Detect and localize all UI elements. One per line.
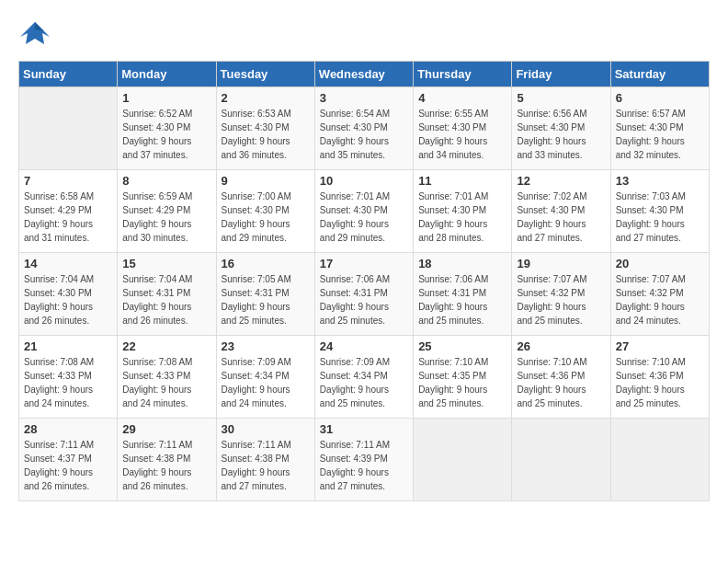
day-info: Sunrise: 7:05 AMSunset: 4:31 PMDaylight:… — [222, 272, 310, 327]
day-info: Sunrise: 7:01 AMSunset: 4:30 PMDaylight:… — [320, 190, 408, 245]
day-info: Sunrise: 7:11 AMSunset: 4:38 PMDaylight:… — [122, 438, 210, 493]
day-number: 13 — [616, 174, 704, 188]
calendar-cell: 21Sunrise: 7:08 AMSunset: 4:33 PMDayligh… — [19, 336, 118, 419]
day-number: 28 — [24, 422, 112, 436]
day-info: Sunrise: 6:58 AMSunset: 4:29 PMDaylight:… — [24, 190, 112, 245]
day-info: Sunrise: 7:11 AMSunset: 4:39 PMDaylight:… — [320, 438, 408, 493]
calendar-cell: 2Sunrise: 6:53 AMSunset: 4:30 PMDaylight… — [216, 87, 314, 170]
calendar-cell — [414, 419, 512, 501]
day-info: Sunrise: 7:10 AMSunset: 4:35 PMDaylight:… — [418, 355, 506, 410]
day-header-tuesday: Tuesday — [216, 62, 314, 87]
day-number: 5 — [517, 91, 605, 105]
day-number: 6 — [616, 91, 704, 105]
calendar-cell: 28Sunrise: 7:11 AMSunset: 4:37 PMDayligh… — [19, 419, 118, 501]
day-number: 9 — [222, 174, 310, 188]
calendar-cell: 16Sunrise: 7:05 AMSunset: 4:31 PMDayligh… — [216, 253, 314, 336]
calendar-cell: 10Sunrise: 7:01 AMSunset: 4:30 PMDayligh… — [314, 170, 413, 253]
calendar-cell — [19, 87, 118, 170]
day-info: Sunrise: 6:56 AMSunset: 4:30 PMDaylight:… — [517, 107, 605, 162]
calendar-week-row: 21Sunrise: 7:08 AMSunset: 4:33 PMDayligh… — [19, 336, 710, 419]
day-number: 2 — [222, 91, 310, 105]
calendar-cell: 4Sunrise: 6:55 AMSunset: 4:30 PMDaylight… — [414, 87, 512, 170]
day-number: 31 — [320, 422, 408, 436]
day-number: 20 — [616, 257, 704, 270]
day-info: Sunrise: 7:08 AMSunset: 4:33 PMDaylight:… — [24, 355, 112, 410]
day-number: 17 — [320, 257, 408, 270]
calendar-week-row: 28Sunrise: 7:11 AMSunset: 4:37 PMDayligh… — [19, 419, 710, 501]
day-number: 25 — [418, 339, 506, 353]
day-info: Sunrise: 7:00 AMSunset: 4:30 PMDaylight:… — [222, 190, 310, 245]
calendar-cell: 17Sunrise: 7:06 AMSunset: 4:31 PMDayligh… — [314, 253, 413, 336]
day-number: 10 — [320, 174, 408, 188]
day-number: 22 — [122, 339, 210, 353]
calendar-cell: 29Sunrise: 7:11 AMSunset: 4:38 PMDayligh… — [118, 419, 216, 501]
day-number: 1 — [122, 91, 210, 105]
day-number: 27 — [616, 339, 704, 353]
day-info: Sunrise: 7:08 AMSunset: 4:33 PMDaylight:… — [122, 355, 210, 410]
day-info: Sunrise: 6:55 AMSunset: 4:30 PMDaylight:… — [418, 107, 506, 162]
day-header-saturday: Saturday — [610, 62, 709, 87]
day-info: Sunrise: 7:03 AMSunset: 4:30 PMDaylight:… — [616, 190, 704, 245]
calendar-week-row: 1Sunrise: 6:52 AMSunset: 4:30 PMDaylight… — [19, 87, 710, 170]
day-info: Sunrise: 7:02 AMSunset: 4:30 PMDaylight:… — [517, 190, 605, 245]
day-info: Sunrise: 7:07 AMSunset: 4:32 PMDaylight:… — [616, 272, 704, 327]
day-number: 30 — [222, 422, 310, 436]
calendar-week-row: 7Sunrise: 6:58 AMSunset: 4:29 PMDaylight… — [19, 170, 710, 253]
calendar-cell: 7Sunrise: 6:58 AMSunset: 4:29 PMDaylight… — [19, 170, 118, 253]
calendar-header-row: SundayMondayTuesdayWednesdayThursdayFrid… — [19, 62, 710, 87]
day-info: Sunrise: 7:04 AMSunset: 4:30 PMDaylight:… — [24, 272, 112, 327]
day-info: Sunrise: 7:07 AMSunset: 4:32 PMDaylight:… — [517, 272, 605, 327]
calendar-cell — [610, 419, 709, 501]
calendar-cell: 19Sunrise: 7:07 AMSunset: 4:32 PMDayligh… — [512, 253, 610, 336]
calendar-cell: 23Sunrise: 7:09 AMSunset: 4:34 PMDayligh… — [216, 336, 314, 419]
calendar-cell: 11Sunrise: 7:01 AMSunset: 4:30 PMDayligh… — [414, 170, 512, 253]
day-info: Sunrise: 7:10 AMSunset: 4:36 PMDaylight:… — [517, 355, 605, 410]
day-header-monday: Monday — [118, 62, 216, 87]
day-info: Sunrise: 7:09 AMSunset: 4:34 PMDaylight:… — [222, 355, 310, 410]
day-number: 18 — [418, 257, 506, 270]
day-info: Sunrise: 7:09 AMSunset: 4:34 PMDaylight:… — [320, 355, 408, 410]
calendar-cell: 5Sunrise: 6:56 AMSunset: 4:30 PMDaylight… — [512, 87, 610, 170]
calendar-cell: 14Sunrise: 7:04 AMSunset: 4:30 PMDayligh… — [19, 253, 118, 336]
calendar-cell: 26Sunrise: 7:10 AMSunset: 4:36 PMDayligh… — [512, 336, 610, 419]
day-info: Sunrise: 6:54 AMSunset: 4:30 PMDaylight:… — [320, 107, 408, 162]
day-number: 24 — [320, 339, 408, 353]
calendar-cell: 18Sunrise: 7:06 AMSunset: 4:31 PMDayligh… — [414, 253, 512, 336]
calendar-cell: 6Sunrise: 6:57 AMSunset: 4:30 PMDaylight… — [610, 87, 709, 170]
day-info: Sunrise: 6:53 AMSunset: 4:30 PMDaylight:… — [222, 107, 310, 162]
calendar-cell: 22Sunrise: 7:08 AMSunset: 4:33 PMDayligh… — [118, 336, 216, 419]
day-number: 29 — [122, 422, 210, 436]
day-info: Sunrise: 7:06 AMSunset: 4:31 PMDaylight:… — [418, 272, 506, 327]
day-info: Sunrise: 6:57 AMSunset: 4:30 PMDaylight:… — [616, 107, 704, 162]
day-info: Sunrise: 6:59 AMSunset: 4:29 PMDaylight:… — [122, 190, 210, 245]
day-number: 7 — [24, 174, 112, 188]
day-info: Sunrise: 7:01 AMSunset: 4:30 PMDaylight:… — [418, 190, 506, 245]
logo-icon — [18, 18, 51, 52]
day-number: 16 — [222, 257, 310, 270]
day-number: 8 — [122, 174, 210, 188]
calendar-cell: 8Sunrise: 6:59 AMSunset: 4:29 PMDaylight… — [118, 170, 216, 253]
calendar-cell: 27Sunrise: 7:10 AMSunset: 4:36 PMDayligh… — [610, 336, 709, 419]
calendar-cell: 12Sunrise: 7:02 AMSunset: 4:30 PMDayligh… — [512, 170, 610, 253]
calendar-cell: 9Sunrise: 7:00 AMSunset: 4:30 PMDaylight… — [216, 170, 314, 253]
day-info: Sunrise: 7:06 AMSunset: 4:31 PMDaylight:… — [320, 272, 408, 327]
day-number: 4 — [418, 91, 506, 105]
day-number: 15 — [122, 257, 210, 270]
calendar-cell: 1Sunrise: 6:52 AMSunset: 4:30 PMDaylight… — [118, 87, 216, 170]
calendar-cell: 25Sunrise: 7:10 AMSunset: 4:35 PMDayligh… — [414, 336, 512, 419]
logo — [18, 18, 57, 52]
calendar-table: SundayMondayTuesdayWednesdayThursdayFrid… — [18, 61, 710, 501]
day-header-thursday: Thursday — [414, 62, 512, 87]
day-number: 26 — [517, 339, 605, 353]
calendar-cell: 20Sunrise: 7:07 AMSunset: 4:32 PMDayligh… — [610, 253, 709, 336]
calendar-week-row: 14Sunrise: 7:04 AMSunset: 4:30 PMDayligh… — [19, 253, 710, 336]
day-number: 12 — [517, 174, 605, 188]
calendar-cell — [512, 419, 610, 501]
day-number: 23 — [222, 339, 310, 353]
page-header — [18, 18, 710, 52]
day-header-sunday: Sunday — [19, 62, 118, 87]
calendar-cell: 31Sunrise: 7:11 AMSunset: 4:39 PMDayligh… — [314, 419, 413, 501]
day-info: Sunrise: 7:11 AMSunset: 4:38 PMDaylight:… — [222, 438, 310, 493]
day-number: 19 — [517, 257, 605, 270]
calendar-cell: 24Sunrise: 7:09 AMSunset: 4:34 PMDayligh… — [314, 336, 413, 419]
